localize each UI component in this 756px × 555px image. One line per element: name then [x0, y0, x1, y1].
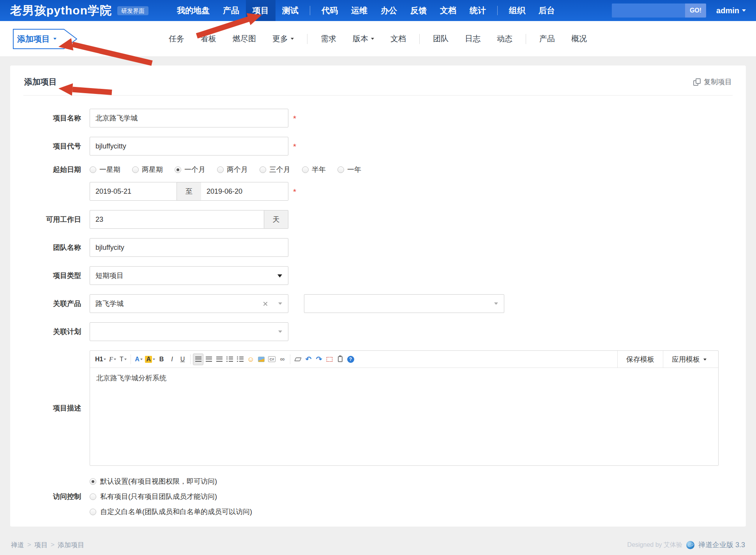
undo-icon[interactable]: ↶: [303, 354, 314, 365]
align-right-icon[interactable]: [214, 354, 224, 365]
align-center-icon[interactable]: [203, 354, 214, 365]
project-code-input[interactable]: [90, 137, 288, 156]
tab-more[interactable]: 更多: [264, 34, 302, 44]
tab-team[interactable]: 团队: [425, 34, 457, 44]
save-template-button[interactable]: 保存模板: [617, 351, 663, 368]
nav-admin-backend[interactable]: 后台: [532, 0, 562, 21]
paste-icon[interactable]: [335, 354, 345, 365]
field-label-code: 项目代号: [23, 141, 90, 151]
user-menu[interactable]: admin: [716, 6, 746, 15]
breadcrumb-add-project: 添加项目: [58, 541, 84, 550]
insert-link-icon[interactable]: ∞: [277, 354, 288, 365]
radio-icon[interactable]: [90, 493, 96, 500]
copy-project-link[interactable]: 复制项目: [693, 77, 732, 87]
tab-product[interactable]: 产品: [531, 34, 563, 44]
project-type-select[interactable]: 短期项目: [90, 266, 288, 285]
radio-icon[interactable]: [132, 166, 139, 173]
divider: [307, 34, 307, 44]
tab-build[interactable]: 版本: [344, 34, 382, 44]
radio-icon[interactable]: [90, 509, 96, 515]
add-project-label: 添加项目: [17, 34, 50, 44]
nav-feedback[interactable]: 反馈: [404, 0, 433, 21]
app-logo[interactable]: 老男孩python学院: [10, 3, 112, 19]
nav-doc[interactable]: 文档: [433, 0, 463, 21]
underline-icon[interactable]: U: [177, 354, 188, 365]
radio-icon[interactable]: [337, 166, 344, 173]
brand-version-text: 禅道企业版 3.3: [698, 540, 745, 550]
help-icon[interactable]: ?: [345, 354, 356, 365]
font-size-icon[interactable]: T: [118, 354, 128, 365]
globe-icon: [686, 541, 694, 549]
radio-icon[interactable]: [217, 166, 224, 173]
clear-icon[interactable]: [263, 301, 268, 306]
divider: [526, 34, 526, 44]
date-to-addon: 至: [177, 182, 201, 201]
nav-office[interactable]: 办公: [374, 0, 404, 21]
go-button[interactable]: GO!: [685, 4, 706, 18]
font-color-icon[interactable]: A: [133, 354, 144, 365]
heading-icon[interactable]: H1: [94, 354, 107, 365]
radio-two-months[interactable]: 两个月: [217, 165, 248, 174]
align-left-icon[interactable]: [193, 354, 203, 365]
linked-plan-select[interactable]: [90, 322, 288, 341]
nav-code[interactable]: 代码: [315, 0, 344, 21]
breadcrumb-separator: >: [27, 541, 31, 549]
nav-project[interactable]: 项目: [246, 0, 276, 21]
tab-burndown[interactable]: 燃尽图: [224, 34, 264, 44]
acl-default-option[interactable]: 默认设置(有项目视图权限，即可访问): [90, 477, 252, 486]
radio-half-year[interactable]: 半年: [302, 165, 326, 174]
selected-product-value: 路飞学城: [95, 299, 124, 308]
description-textarea[interactable]: 北京路飞学城分析系统: [90, 368, 718, 465]
highlight-color-icon[interactable]: A: [144, 354, 156, 365]
nav-stats[interactable]: 统计: [463, 0, 493, 21]
nav-product[interactable]: 产品: [216, 0, 246, 21]
radio-icon[interactable]: [90, 166, 96, 173]
nav-organization[interactable]: 组织: [502, 0, 532, 21]
radio-icon[interactable]: [260, 166, 266, 173]
fullscreen-icon[interactable]: [324, 354, 335, 365]
radio-three-months[interactable]: 三个月: [260, 165, 290, 174]
radio-one-week[interactable]: 一星期: [90, 165, 120, 174]
nav-my-dashboard[interactable]: 我的地盘: [170, 0, 216, 21]
chevron-down-icon: [371, 38, 374, 40]
end-date-input[interactable]: [201, 182, 288, 201]
nav-test[interactable]: 测试: [276, 0, 305, 21]
begin-date-input[interactable]: [90, 182, 177, 201]
tab-dynamic[interactable]: 动态: [489, 34, 521, 44]
linked-product-select[interactable]: 路飞学城: [90, 294, 288, 313]
unordered-list-icon[interactable]: [235, 354, 246, 365]
add-project-button[interactable]: 添加项目: [10, 28, 79, 50]
tab-kanban[interactable]: 看板: [193, 34, 224, 44]
insert-image-icon[interactable]: [256, 354, 267, 365]
radio-icon-checked[interactable]: [175, 166, 181, 173]
eraser-icon[interactable]: [293, 354, 303, 365]
ordered-list-icon[interactable]: [224, 354, 235, 365]
acl-whitelist-option[interactable]: 自定义白名单(团队成员和白名单的成员可以访问): [90, 507, 252, 516]
italic-icon[interactable]: I: [167, 354, 177, 365]
breadcrumb-home[interactable]: 禅道: [11, 541, 24, 550]
radio-two-weeks[interactable]: 两星期: [132, 165, 163, 174]
search-input[interactable]: [612, 4, 685, 18]
project-name-input[interactable]: [90, 109, 288, 127]
tab-overview[interactable]: 概况: [563, 34, 595, 44]
team-name-input[interactable]: [90, 238, 288, 257]
radio-icon-checked[interactable]: [90, 478, 96, 485]
acl-private-option[interactable]: 私有项目(只有项目团队成员才能访问): [90, 492, 252, 501]
redo-icon[interactable]: ↷: [314, 354, 324, 365]
tab-task[interactable]: 任务: [161, 34, 193, 44]
workdays-input[interactable]: [90, 210, 264, 229]
font-family-icon[interactable]: F: [107, 354, 118, 365]
tab-story[interactable]: 需求: [313, 34, 344, 44]
breadcrumb-project[interactable]: 项目: [34, 541, 48, 550]
radio-icon[interactable]: [302, 166, 309, 173]
radio-one-year[interactable]: 一年: [337, 165, 361, 174]
nav-ops[interactable]: 运维: [344, 0, 374, 21]
code-block-icon[interactable]: C#: [267, 354, 277, 365]
linked-product-select-2[interactable]: [304, 294, 504, 313]
radio-one-month[interactable]: 一个月: [175, 165, 205, 174]
tab-doc[interactable]: 文档: [382, 34, 414, 44]
tab-log[interactable]: 日志: [457, 34, 489, 44]
bold-icon[interactable]: B: [156, 354, 167, 365]
apply-template-button[interactable]: 应用模板: [663, 351, 715, 368]
emoji-icon[interactable]: ☺: [246, 354, 256, 365]
